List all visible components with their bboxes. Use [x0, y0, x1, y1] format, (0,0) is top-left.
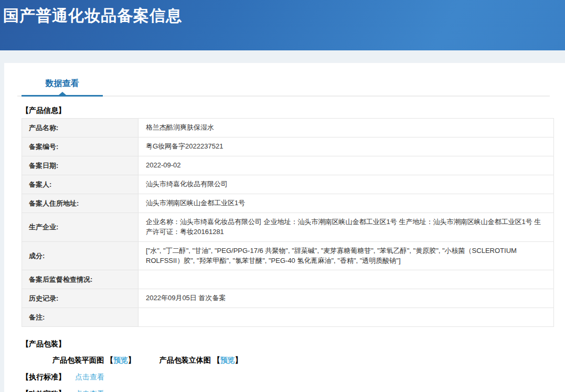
tab-data-view-label: 数据查看	[46, 79, 79, 88]
bracket-open: 【	[213, 356, 220, 364]
row-value	[138, 308, 554, 327]
tab-data-view[interactable]: 数据查看	[22, 78, 103, 97]
content-card: 数据查看 【产品信息】 产品名称: 格兰杰酷润爽肤保湿水 备案编号: 粤G妆网备…	[4, 63, 565, 392]
page-title: 国产普通化妆品备案信息	[0, 0, 565, 25]
row-value: 格兰杰酷润爽肤保湿水	[138, 119, 554, 137]
table-row: 成分: ["水", "丁二醇", "甘油", "PEG/PPG-17/6 共聚物…	[22, 241, 554, 270]
row-label: 备案编号:	[22, 137, 138, 156]
row-value	[138, 270, 554, 289]
efficacy-claim-view-link[interactable]: 点击查看	[75, 389, 104, 392]
tab-bar: 数据查看	[17, 77, 550, 97]
row-label: 备案人:	[22, 175, 138, 194]
row-label: 备案日期:	[22, 156, 138, 175]
packaging-3d-item: 产品包装立体图 【预览】	[159, 356, 242, 364]
table-row: 备案后监督检查情况:	[22, 270, 554, 289]
row-value: 2022年09月05日 首次备案	[138, 289, 554, 308]
bracket-close: 】	[128, 356, 135, 364]
row-value: 企业名称：汕头市绮嘉化妆品有限公司 企业地址：汕头市潮南区峡山金都工业区1号 生…	[138, 213, 554, 242]
tab-active-underline	[22, 95, 103, 97]
table-row: 备案编号: 粤G妆网备字2022237521	[22, 137, 554, 156]
table-row: 产品名称: 格兰杰酷润爽肤保湿水	[22, 119, 554, 137]
table-row: 生产企业: 企业名称：汕头市绮嘉化妆品有限公司 企业地址：汕头市潮南区峡山金都工…	[22, 213, 554, 242]
bracket-close: 】	[235, 356, 242, 364]
row-label: 生产企业:	[22, 213, 138, 242]
packaging-flat-item: 产品包装平面图 【预览】	[52, 356, 137, 364]
table-row: 备案人住所地址: 汕头市潮南区峡山金都工业区1号	[22, 194, 554, 213]
row-label: 备注:	[22, 308, 138, 327]
page-header: 国产普通化妆品备案信息	[0, 0, 565, 50]
table-row: 备案日期: 2022-09-02	[22, 156, 554, 175]
row-label: 历史记录:	[22, 289, 138, 308]
packaging-3d-label: 产品包装立体图	[159, 356, 211, 364]
table-row: 备案人: 汕头市绮嘉化妆品有限公司	[22, 175, 554, 194]
row-value: 粤G妆网备字2022237521	[138, 137, 554, 156]
section-title-packaging: 【产品包装】	[22, 340, 555, 349]
bracket-open: 【	[106, 356, 113, 364]
exec-standard-row: 【执行标准】 点击查看	[22, 373, 555, 382]
packaging-flat-label: 产品包装平面图	[52, 356, 104, 364]
row-label: 备案人住所地址:	[22, 194, 138, 213]
table-row: 备注:	[22, 308, 554, 327]
exec-standard-view-link[interactable]: 点击查看	[75, 373, 104, 381]
row-label: 成分:	[22, 241, 138, 270]
packaging-3d-preview-link[interactable]: 预览	[220, 356, 235, 364]
tab-caret-icon	[59, 92, 66, 95]
packaging-flat-preview-link[interactable]: 预览	[113, 356, 128, 364]
row-label: 产品名称:	[22, 119, 138, 137]
packaging-row: 产品包装平面图 【预览】 产品包装立体图 【预览】	[52, 356, 555, 365]
exec-standard-label: 【执行标准】	[22, 373, 66, 381]
row-value: ["水", "丁二醇", "甘油", "PEG/PPG-17/6 共聚物", "…	[138, 241, 554, 270]
row-value: 汕头市潮南区峡山金都工业区1号	[138, 194, 554, 213]
product-info-table: 产品名称: 格兰杰酷润爽肤保湿水 备案编号: 粤G妆网备字2022237521 …	[22, 118, 554, 327]
row-value: 汕头市绮嘉化妆品有限公司	[138, 175, 554, 194]
efficacy-claim-label: 【功效宣称】	[22, 389, 66, 392]
section-title-product-info: 【产品信息】	[22, 106, 555, 115]
row-value: 2022-09-02	[138, 156, 554, 175]
table-row: 历史记录: 2022年09月05日 首次备案	[22, 289, 554, 308]
row-label: 备案后监督检查情况:	[22, 270, 138, 289]
efficacy-claim-row: 【功效宣称】 点击查看	[22, 389, 555, 392]
